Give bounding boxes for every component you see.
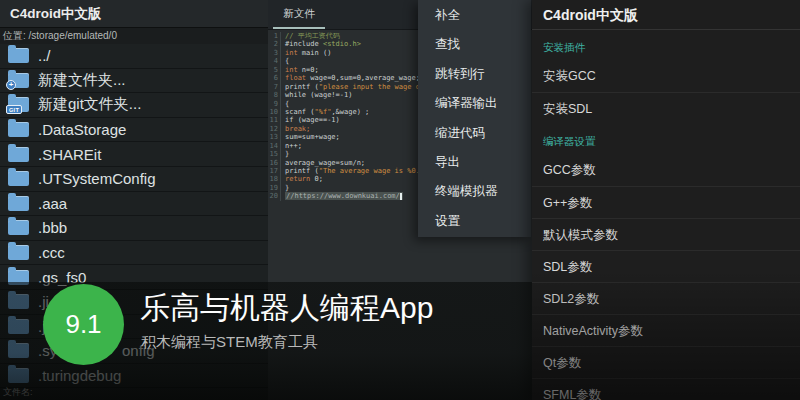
file-row[interactable]: +新建文件夹... [0, 69, 268, 94]
menu-item[interactable]: 补全 [418, 1, 531, 30]
line-number: 5 [268, 66, 281, 74]
screen: C4droid中文版 位置: /storage/emulated/0 ../+新… [0, 0, 800, 400]
file-name: .DataStorage [38, 121, 126, 138]
line-number: 14 [268, 142, 281, 150]
settings-item[interactable]: NativeActivity参数 [532, 314, 800, 346]
settings-item[interactable]: SDL参数 [532, 250, 800, 282]
settings-item[interactable]: G++参数 [532, 186, 800, 218]
settings-item[interactable]: 安装SDL [532, 92, 800, 124]
file-name: .UTSystemConfig [38, 170, 156, 187]
settings-item[interactable]: 默认模式参数 [532, 218, 800, 250]
settings-section-header: 编译器设置 [532, 124, 800, 154]
menu-item[interactable]: 缩进代码 [418, 119, 531, 148]
tab-label: 新文件 [283, 7, 315, 21]
text-cursor [400, 193, 402, 201]
file-name: .SHAREit [38, 146, 101, 163]
line-number: 15 [268, 150, 281, 158]
settings-list: 安装插件安装GCC安装SDL编译器设置GCC参数G++参数默认模式参数SDL参数… [532, 30, 800, 400]
file-row[interactable]: .bbb [0, 216, 268, 241]
menu-item[interactable]: 编译器输出 [418, 89, 531, 118]
line-number: 16 [268, 159, 281, 167]
file-name: .ccc [38, 244, 65, 261]
settings-item[interactable]: SDL2参数 [532, 282, 800, 314]
file-name: 新建文件夹... [38, 71, 126, 90]
path-label: 位置: /storage/emulated/0 [0, 28, 268, 44]
line-number: 6 [268, 74, 281, 82]
settings-item[interactable]: Qt参数 [532, 346, 800, 378]
line-number: 17 [268, 167, 281, 175]
file-name: .bbb [38, 219, 67, 236]
settings-panel: C4droid中文版 安装插件安装GCC安装SDL编译器设置GCC参数G++参数… [532, 0, 800, 400]
settings-item[interactable]: SFML参数 [532, 378, 800, 400]
rating-value: 9.1 [65, 309, 101, 340]
settings-panel-title: C4droid中文版 [532, 0, 800, 30]
line-number: 11 [268, 116, 281, 124]
menu-item[interactable]: 终端模拟器 [418, 177, 531, 206]
file-row[interactable]: GIT新建git文件夹... [0, 93, 268, 118]
file-row[interactable]: .SHAREit [0, 142, 268, 167]
settings-item[interactable]: GCC参数 [532, 154, 800, 186]
line-number: 9 [268, 100, 281, 108]
line-number: 7 [268, 83, 281, 91]
editor-dropdown-menu: 补全查找跳转到行编译器输出缩进代码导出终端模拟器设置 [418, 0, 531, 237]
line-number: 10 [268, 108, 281, 116]
file-row[interactable]: .aaa [0, 192, 268, 217]
file-row[interactable]: .UTSystemConfig [0, 167, 268, 192]
folder-icon [8, 171, 29, 186]
file-row[interactable]: .ccc [0, 241, 268, 266]
settings-section-header: 安装插件 [532, 30, 800, 60]
menu-item[interactable]: 设置 [418, 207, 531, 236]
menu-item[interactable]: 跳转到行 [418, 60, 531, 89]
rating-badge: 9.1 [43, 284, 124, 365]
app-title: C4droid中文版 [0, 0, 268, 28]
file-name: 新建git文件夹... [38, 95, 141, 114]
line-number: 18 [268, 175, 281, 183]
line-number: 19 [268, 184, 281, 192]
file-row[interactable]: .DataStorage [0, 118, 268, 143]
folder-icon [8, 196, 29, 211]
menu-item[interactable]: 查找 [418, 30, 531, 59]
tab-new-file[interactable]: 新文件 [273, 0, 325, 29]
promo-title: 乐高与机器人编程App [140, 288, 433, 329]
git-folder-icon: GIT [8, 97, 29, 112]
line-number: 2 [268, 40, 281, 48]
folder-icon [8, 220, 29, 235]
line-number: 3 [268, 49, 281, 57]
line-number: 13 [268, 133, 281, 141]
new-folder-icon: + [8, 73, 29, 88]
folder-icon [8, 122, 29, 137]
menu-item[interactable]: 导出 [418, 148, 531, 177]
folder-icon [8, 48, 29, 63]
settings-item[interactable]: 安装GCC [532, 60, 800, 92]
line-number: 4 [268, 57, 281, 65]
promo-subtitle: 积木编程与STEM教育工具 [141, 333, 318, 352]
file-row[interactable]: ../ [0, 44, 268, 69]
line-number: 12 [268, 125, 281, 133]
file-name: ../ [38, 47, 51, 64]
folder-icon [8, 245, 29, 260]
promo-overlay: 9.1 乐高与机器人编程App 积木编程与STEM教育工具 [0, 282, 532, 400]
folder-icon [8, 147, 29, 162]
line-number: 8 [268, 91, 281, 99]
file-name: .aaa [38, 195, 67, 212]
line-number: 20 [268, 192, 281, 200]
line-number: 1 [268, 32, 281, 40]
